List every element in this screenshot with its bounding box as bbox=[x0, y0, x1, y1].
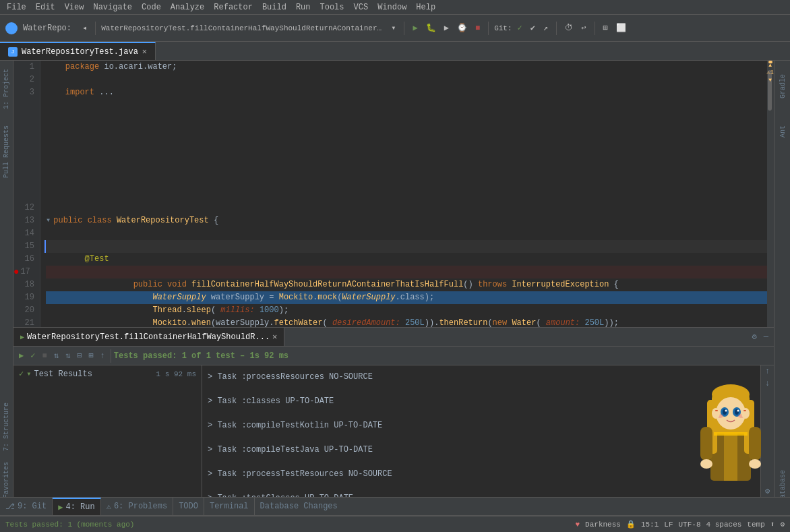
menu-build[interactable]: Build bbox=[258, 1, 291, 13]
divider-1 bbox=[95, 22, 96, 35]
run-expand-btn[interactable]: ⊞ bbox=[86, 349, 96, 362]
code-lines[interactable]: ▶ package io.acari.water; import ... bbox=[40, 61, 774, 327]
menu-run[interactable]: Run bbox=[292, 1, 315, 13]
undo-btn[interactable]: ↩ bbox=[578, 22, 588, 34]
test-expand-icon[interactable]: ▾ bbox=[26, 369, 31, 379]
git-commit-btn[interactable]: ✔ bbox=[528, 22, 538, 34]
bottom-tab-todo[interactable]: TODO bbox=[173, 498, 204, 515]
scroll-up-btn[interactable]: ↑ bbox=[761, 365, 774, 378]
status-theme[interactable]: Darkness bbox=[585, 521, 621, 529]
db-label: Database Changes bbox=[260, 502, 338, 511]
status-heart-icon: ♥ bbox=[575, 521, 580, 529]
status-line-ending[interactable]: LF bbox=[664, 521, 673, 529]
menu-code[interactable]: Code bbox=[138, 1, 165, 13]
menu-file[interactable]: File bbox=[3, 1, 30, 13]
run-tab-main[interactable]: ▶ WaterRepositoryTest.fillContainerHalfW… bbox=[13, 328, 284, 346]
run-rerun-fail-btn[interactable]: ⇅ bbox=[63, 349, 73, 362]
menu-help[interactable]: Help bbox=[412, 1, 439, 13]
git-check-btn[interactable]: ✓ bbox=[515, 22, 525, 34]
status-settings-icon[interactable]: ⚙ bbox=[780, 520, 785, 529]
bottom-tab-git[interactable]: ⎇ 9: Git bbox=[0, 498, 53, 515]
sidebar-tab-ant[interactable]: Ant bbox=[774, 112, 790, 151]
bottom-tab-run[interactable]: ▶ 4: Run bbox=[53, 498, 100, 515]
status-plugin[interactable]: temp bbox=[747, 521, 764, 529]
menu-tools[interactable]: Tools bbox=[316, 1, 348, 13]
git-push-btn[interactable]: ↗ bbox=[541, 22, 551, 34]
run-content: ✓ ▾ Test Results 1 s 92 ms > Task :proce… bbox=[13, 365, 774, 510]
sidebar-item-pull-requests[interactable]: Pull Requests bbox=[3, 123, 10, 181]
sidebar-tab-gradle[interactable]: Gradle bbox=[774, 61, 790, 112]
bottom-tab-problems[interactable]: ⚠ 6: Problems bbox=[101, 498, 173, 515]
test-result-tree: ✓ ▾ Test Results 1 s 92 ms bbox=[13, 365, 202, 510]
run-stop-btn[interactable]: ■ bbox=[39, 350, 49, 362]
status-expand-icon[interactable]: ⬆ bbox=[770, 520, 775, 529]
code-line-1: package io.acari.water; bbox=[46, 61, 774, 73]
code-line-3: import ... bbox=[46, 86, 774, 99]
bottom-tab-db[interactable]: Database Changes bbox=[255, 498, 343, 515]
run-toolbar-divider bbox=[111, 349, 111, 363]
back-btn[interactable]: ◂ bbox=[80, 22, 90, 34]
divider-3 bbox=[488, 22, 489, 35]
run-config-label: WaterRepositoryTest.fillContainerHalfWay… bbox=[101, 24, 384, 32]
run-btn[interactable]: ▶ bbox=[410, 22, 420, 34]
window-btn[interactable]: ⬜ bbox=[613, 22, 629, 34]
status-encoding[interactable]: UTF-8 bbox=[679, 521, 701, 529]
code-line-4 bbox=[46, 99, 774, 112]
test-root-label: Test Results bbox=[34, 370, 92, 379]
status-indent[interactable]: 4 spaces bbox=[706, 521, 742, 529]
terminal-label: Terminal bbox=[210, 502, 249, 511]
run-status-text: Tests passed: 1 of 1 test – 1s 92 ms bbox=[114, 351, 288, 361]
bottom-tab-bar: ⎇ 9: Git ▶ 4: Run ⚠ 6: Problems TODO Ter… bbox=[0, 497, 790, 516]
status-encoding-icon: 🔒 bbox=[626, 520, 636, 529]
code-line-11 bbox=[46, 189, 774, 202]
editor-tab-bar: J WaterRepositoryTest.java ✕ bbox=[0, 42, 790, 61]
code-line-9 bbox=[46, 163, 774, 176]
sidebar-item-project[interactable]: 1: Project bbox=[3, 66, 10, 112]
sidebar-item-structure[interactable]: 7: Structure bbox=[3, 400, 10, 454]
output-side-controls: ↑ ↓ ⚙ 🗑 bbox=[760, 365, 774, 510]
history-btn[interactable]: ⏱ bbox=[562, 22, 576, 34]
test-result-root[interactable]: ✓ ▾ Test Results 1 s 92 ms bbox=[16, 368, 199, 380]
run-label: 4: Run bbox=[65, 502, 94, 512]
menu-navigate[interactable]: Navigate bbox=[89, 1, 136, 13]
status-position[interactable]: 15:1 bbox=[641, 521, 659, 529]
status-bar: Tests passed: 1 (moments ago) ♥ Darkness… bbox=[0, 516, 790, 532]
editor-tab-main[interactable]: J WaterRepositoryTest.java ✕ bbox=[0, 42, 156, 60]
dropdown-arrow-btn[interactable]: ▾ bbox=[388, 22, 398, 34]
profile-btn[interactable]: ⌚ bbox=[454, 22, 470, 34]
code-editor[interactable]: 1 2 3 12 13 14 15 16 ●17 18 19 20 bbox=[13, 61, 774, 327]
run-toggle-tree-btn[interactable]: ⊟ bbox=[74, 349, 84, 362]
test-root-time: 1 s 92 ms bbox=[156, 370, 196, 378]
minimize-icon[interactable]: — bbox=[761, 331, 771, 343]
code-line-5 bbox=[46, 112, 774, 125]
line-numbers: 1 2 3 12 13 14 15 16 ●17 18 19 20 bbox=[13, 61, 40, 327]
bottom-tab-terminal[interactable]: Terminal bbox=[204, 498, 255, 515]
settings-icon[interactable]: ⚙ bbox=[750, 330, 760, 343]
run-rerun-btn[interactable]: ⇅ bbox=[51, 349, 61, 362]
code-line-13: ▾ public class WaterRepositoryTest { bbox=[46, 214, 774, 227]
structure-btn[interactable]: ⊞ bbox=[601, 22, 611, 34]
run-up-btn[interactable]: ↑ bbox=[98, 350, 108, 362]
menu-refactor[interactable]: Refactor bbox=[210, 1, 257, 13]
code-line-12 bbox=[46, 202, 774, 214]
run-play-btn[interactable]: ▶ bbox=[16, 349, 26, 362]
close-tab-icon[interactable]: ✕ bbox=[142, 47, 147, 57]
project-name[interactable]: WaterRepo: bbox=[23, 24, 71, 33]
menu-window[interactable]: Window bbox=[373, 1, 411, 13]
output-line-2: > Task :classes UP-TO-DATE bbox=[208, 395, 755, 407]
coverage-btn[interactable]: ▶ bbox=[442, 22, 452, 34]
menu-analyze[interactable]: Analyze bbox=[166, 1, 208, 13]
menu-vcs[interactable]: VCS bbox=[350, 1, 373, 13]
menu-view[interactable]: View bbox=[61, 1, 88, 13]
run-check-btn[interactable]: ✓ bbox=[28, 349, 38, 362]
code-line-7 bbox=[46, 138, 774, 150]
code-line-16: @Test bbox=[46, 253, 774, 266]
output-settings-btn[interactable]: ⚙ bbox=[761, 485, 774, 498]
stop-btn[interactable]: ■ bbox=[473, 22, 483, 34]
code-line-8 bbox=[46, 150, 774, 163]
debug-btn[interactable]: 🐛 bbox=[423, 22, 439, 34]
menu-edit[interactable]: Edit bbox=[32, 1, 59, 13]
editor-scrollbar[interactable]: ▲ ⚠1 ▼ bbox=[767, 61, 774, 327]
close-run-tab-icon[interactable]: ✕ bbox=[272, 332, 277, 342]
scroll-down-btn[interactable]: ↓ bbox=[761, 378, 774, 390]
